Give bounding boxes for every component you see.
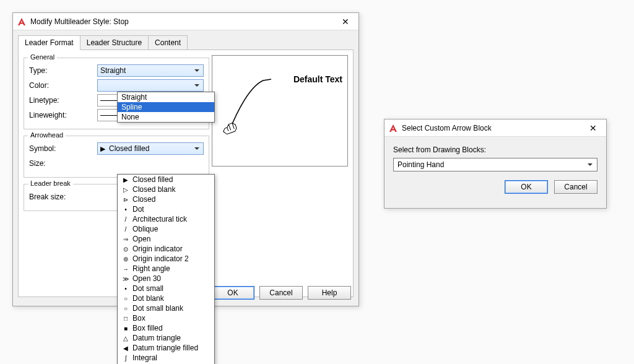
symbol-option-label: Closed <box>132 195 155 204</box>
symbol-option[interactable]: □Box <box>118 313 214 323</box>
dropdown-caret-icon <box>584 158 596 171</box>
type-combo-value: Straight <box>100 66 126 75</box>
symbol-option-label: Closed filled <box>132 175 173 184</box>
ok-button[interactable]: OK <box>505 180 548 194</box>
titlebar: Modify Multileader Style: Stop ✕ <box>13 13 358 30</box>
breaksize-label: Break size: <box>29 193 97 201</box>
datum-triangle-icon: △ <box>121 335 130 342</box>
dialog-buttons: OK Cancel <box>393 180 597 194</box>
symbol-combo[interactable]: ▶ Closed filled <box>97 142 204 155</box>
datum-triangle-filled-icon: ◀ <box>121 345 130 352</box>
symbol-option[interactable]: /Architectural tick <box>118 214 214 224</box>
symbol-option[interactable]: ⊚Origin indicator 2 <box>118 254 214 264</box>
type-label: Type: <box>29 66 97 75</box>
dialog-buttons: OK Cancel Help <box>211 286 351 300</box>
symbol-option[interactable]: /Oblique <box>118 224 214 234</box>
dropdown-caret-icon <box>192 143 202 154</box>
symbol-option-label: Origin indicator <box>132 245 183 253</box>
preview-leader-graphic <box>212 56 349 167</box>
select-prompt: Select from Drawing Blocks: <box>393 145 597 154</box>
symbol-option[interactable]: ○Dot blank <box>118 293 214 303</box>
drawing-blocks-select[interactable]: Pointing Hand <box>393 158 597 171</box>
symbol-option[interactable]: ≫Open 30 <box>118 274 214 284</box>
arrowhead-group: Arrowhead Symbol: ▶ Closed filled Size: <box>24 136 209 178</box>
dot-blank-icon: ○ <box>121 295 130 302</box>
tab-leader-format[interactable]: Leader Format <box>18 35 80 50</box>
symbol-option[interactable]: ◀Datum triangle filled <box>118 343 214 353</box>
symbol-option-label: Open 30 <box>132 274 161 283</box>
symbol-option-label: Box filled <box>132 324 163 332</box>
type-option-straight[interactable]: Straight <box>118 92 214 102</box>
drawing-blocks-value: Pointing Hand <box>397 160 444 169</box>
close-button[interactable]: ✕ <box>336 15 355 28</box>
color-label: Color: <box>29 81 97 90</box>
symbol-option[interactable]: ■Box filled <box>118 323 214 333</box>
autocad-icon <box>388 123 398 133</box>
symbol-option[interactable]: →Right angle <box>118 264 214 274</box>
close-button[interactable]: ✕ <box>584 122 602 134</box>
closed-blank-icon: ▷ <box>121 186 130 193</box>
symbol-option-label: Oblique <box>132 225 158 233</box>
select-custom-arrow-dialog: Select Custom Arrow Block ✕ Select from … <box>384 119 607 209</box>
symbol-option-label: Right angle <box>132 264 170 273</box>
dot-small-blank-icon: ○ <box>121 305 130 312</box>
symbol-option-label: Box <box>132 314 145 323</box>
symbol-option-label: Open <box>132 235 150 243</box>
tab-leader-structure[interactable]: Leader Structure <box>80 35 149 50</box>
lineweight-label: Lineweight: <box>29 111 97 119</box>
dot-small-icon: • <box>121 285 130 292</box>
type-dropdown-list: Straight Spline None <box>117 92 215 123</box>
type-option-spline[interactable]: Spline <box>118 102 214 112</box>
symbol-option[interactable]: •Dot small <box>118 284 214 293</box>
arrowhead-legend: Arrowhead <box>28 131 66 139</box>
tab-strip: Leader Format Leader Structure Content <box>13 30 358 50</box>
symbol-option[interactable]: •Dot <box>118 204 214 214</box>
symbol-dropdown-list: ▶Closed filled▷Closed blank⊳Closed•Dot/A… <box>117 174 215 364</box>
cancel-button[interactable]: Cancel <box>554 180 597 194</box>
symbol-option[interactable]: ⊙Origin indicator <box>118 244 214 254</box>
symbol-option[interactable]: ▷Closed blank <box>118 184 214 194</box>
symbol-option[interactable]: △Datum triangle <box>118 333 214 343</box>
box-icon: □ <box>121 315 130 322</box>
size-label: Size: <box>29 159 97 168</box>
open-30-icon: ≫ <box>121 275 130 282</box>
origin-indicator-2-icon: ⊚ <box>121 256 130 262</box>
oblique-icon: / <box>121 226 130 233</box>
dialog-title: Select Custom Arrow Block <box>402 124 584 132</box>
open-icon: ⇒ <box>121 236 130 243</box>
box-filled-icon: ■ <box>121 325 130 332</box>
dialog-title: Modify Multileader Style: Stop <box>30 17 336 26</box>
autocad-icon <box>17 17 27 27</box>
symbol-option[interactable]: ⇒Open <box>118 234 214 244</box>
symbol-option-label: Dot small <box>132 284 163 293</box>
symbol-option-label: Integral <box>132 353 157 362</box>
symbol-option[interactable]: ○Dot small blank <box>118 303 214 313</box>
closed-filled-icon: ▶ <box>121 176 130 183</box>
type-option-none[interactable]: None <box>118 112 214 122</box>
ok-button[interactable]: OK <box>211 286 254 300</box>
symbol-option[interactable]: ▶Closed filled <box>118 175 214 184</box>
closed-filled-arrow-icon: ▶ <box>100 145 105 153</box>
type-combo[interactable]: Straight <box>97 64 204 77</box>
modify-multileader-dialog: Modify Multileader Style: Stop ✕ Leader … <box>12 12 359 306</box>
help-button[interactable]: Help <box>308 286 351 300</box>
dropdown-caret-icon <box>192 65 202 76</box>
symbol-option-label: Dot <box>132 205 144 214</box>
symbol-label: Symbol: <box>29 144 97 153</box>
integral-icon: ∫ <box>121 355 130 362</box>
symbol-option-label: Dot blank <box>132 294 164 303</box>
general-legend: General <box>28 53 57 61</box>
symbol-option[interactable]: ∫Integral <box>118 353 214 363</box>
dot-icon: • <box>121 206 130 213</box>
closed-icon: ⊳ <box>121 196 130 203</box>
right-angle-icon: → <box>121 266 130 272</box>
cancel-button[interactable]: Cancel <box>259 286 303 300</box>
tab-content[interactable]: Content <box>148 35 188 50</box>
symbol-option-label: Origin indicator 2 <box>132 254 189 263</box>
architectural-tick-icon: / <box>121 216 130 223</box>
color-combo[interactable] <box>97 79 204 92</box>
leaderbreak-legend: Leader break <box>28 180 73 187</box>
symbol-option-label: Architectural tick <box>132 215 187 223</box>
symbol-option[interactable]: ⊳Closed <box>118 194 214 204</box>
symbol-option-label: Datum triangle <box>132 334 181 342</box>
